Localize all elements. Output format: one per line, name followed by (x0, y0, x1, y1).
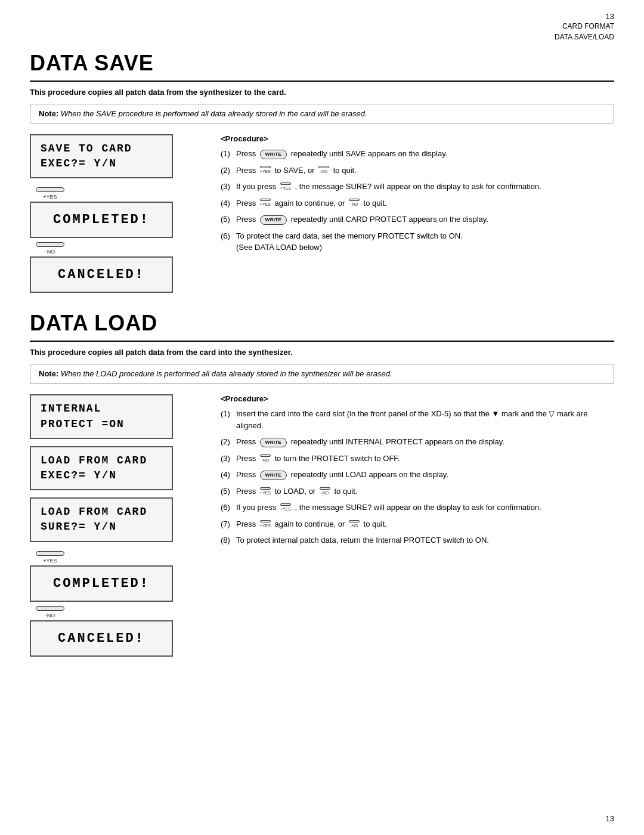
lcd-save-completed: COMPLETED! (30, 202, 173, 238)
no-btn-l3-body[interactable] (260, 454, 271, 457)
btn-no-body[interactable] (36, 242, 64, 247)
write-btn-5[interactable]: WRITE (260, 215, 287, 225)
save-display-sequence: SAVE TO CARD EXEC?= Y/N +YES COMPLETED! … (30, 134, 173, 293)
load-btn-no-row: -NO (36, 604, 64, 618)
yes-btn-2[interactable]: +YES (260, 166, 271, 175)
load-step-1: (1) Insert the card into the card slot (… (221, 408, 614, 431)
page-number-bottom: 13 (606, 814, 614, 823)
data-save-note: Note: When the SAVE procedure is perform… (30, 104, 614, 123)
save-step-4: (4) Press +YES again to continue, or -NO… (221, 197, 614, 209)
load-btn-yes[interactable]: +YES (36, 551, 64, 564)
btn-no-row: -NO (36, 240, 64, 255)
no-btn-2[interactable]: -NO (318, 166, 329, 175)
btn-yes-body[interactable] (36, 187, 64, 192)
lcd-internal-protect: INTERNAL PROTECT =ON (30, 394, 173, 438)
lcd-load-sure: LOAD FROM CARD SURE?= Y/N (30, 497, 173, 542)
lcd-load-completed: COMPLETED! (30, 565, 173, 602)
yes-btn-4-body[interactable] (260, 199, 271, 201)
no-btn-l5[interactable]: -NO (320, 487, 330, 497)
data-load-note: Note: When the LOAD procedure is perform… (30, 364, 614, 384)
data-load-right-panel: <Procedure> (1) Insert the card into the… (221, 394, 614, 656)
load-btn-no[interactable]: -NO (36, 606, 64, 618)
yes-btn-2-body[interactable] (260, 166, 271, 168)
write-btn-l2[interactable]: WRITE (260, 438, 287, 447)
data-save-left-panel: SAVE TO CARD EXEC?= Y/N +YES COMPLETED! … (30, 134, 203, 293)
page-number-top: 13 (606, 12, 614, 21)
header-label: CARD FORMAT DATA SAVE/LOAD (555, 21, 614, 42)
no-btn-2-body[interactable] (318, 166, 329, 168)
load-display-sequence: INTERNAL PROTECT =ON LOAD FROM CARD EXEC… (30, 394, 173, 656)
yes-btn-l5[interactable]: +YES (260, 487, 271, 497)
data-load-title: DATA LOAD (30, 311, 614, 336)
write-btn-l4[interactable]: WRITE (260, 471, 287, 480)
data-save-divider (30, 81, 614, 82)
no-btn-4-body[interactable] (349, 199, 360, 201)
no-btn-l7[interactable]: -NO (349, 520, 360, 530)
data-load-intro: This procedure copies all patch data fro… (30, 348, 614, 357)
load-step-2: (2) Press WRITE repeatedly until INTERNA… (221, 436, 614, 448)
load-step-7: (7) Press +YES again to continue, or -NO… (221, 518, 614, 530)
yes-btn-4[interactable]: +YES (260, 199, 271, 208)
data-load-procedure-list: (1) Insert the card into the card slot (… (221, 408, 614, 546)
yes-btn-3-body[interactable] (280, 183, 291, 185)
btn-yes-label: +YES (43, 194, 57, 200)
yes-btn-l6-body[interactable] (280, 503, 291, 506)
load-btn-yes-label: +YES (43, 558, 57, 564)
btn-yes-row: +YES (36, 185, 64, 200)
load-step-6: (6) If you press +YES , the message SURE… (221, 502, 614, 514)
data-save-title: DATA SAVE (30, 51, 614, 76)
data-load-content: INTERNAL PROTECT =ON LOAD FROM CARD EXEC… (30, 394, 614, 656)
write-btn-1-body[interactable]: WRITE (260, 150, 287, 159)
save-step-1: (1) Press WRITE repeatedly until SAVE ap… (221, 148, 614, 160)
no-btn-l3[interactable]: -NO (260, 454, 271, 464)
no-btn-l7-body[interactable] (349, 520, 360, 522)
btn-no[interactable]: -NO (36, 242, 64, 255)
load-btn-no-label: -NO (45, 613, 55, 618)
no-btn-l5-body[interactable] (320, 487, 330, 490)
yes-btn-3[interactable]: +YES (280, 183, 291, 192)
no-btn-4[interactable]: -NO (349, 199, 360, 208)
data-save-content: SAVE TO CARD EXEC?= Y/N +YES COMPLETED! … (30, 134, 614, 293)
load-step-3: (3) Press -NO to turn the PROTECT switch… (221, 453, 614, 465)
yes-btn-l7[interactable]: +YES (260, 520, 271, 530)
data-save-procedure-list: (1) Press WRITE repeatedly until SAVE ap… (221, 148, 614, 253)
lcd-save-canceled: CANCELED! (30, 256, 173, 293)
load-btn-yes-row: +YES (36, 549, 64, 564)
write-btn-1[interactable]: WRITE (260, 150, 287, 159)
data-save-intro: This procedure copies all patch data fro… (30, 88, 614, 97)
save-step-3: (3) If you press +YES , the message SURE… (221, 181, 614, 193)
lcd-load-exec: LOAD FROM CARD EXEC?= Y/N (30, 446, 173, 490)
btn-no-label: -NO (45, 249, 55, 255)
save-step-5: (5) Press WRITE repeatedly until CARD PR… (221, 214, 614, 225)
data-save-right-panel: <Procedure> (1) Press WRITE repeatedly u… (221, 134, 614, 293)
load-btn-no-body[interactable] (36, 606, 64, 611)
data-load-left-panel: INTERNAL PROTECT =ON LOAD FROM CARD EXEC… (30, 394, 203, 656)
write-btn-5-body[interactable]: WRITE (260, 215, 287, 225)
lcd-load-canceled: CANCELED! (30, 620, 173, 657)
write-btn-l4-body[interactable]: WRITE (260, 471, 287, 480)
load-btn-yes-body[interactable] (36, 551, 64, 556)
load-step-4: (4) Press WRITE repeatedly until LOAD ap… (221, 469, 614, 481)
yes-btn-l5-body[interactable] (260, 487, 271, 490)
lcd-save-exec: SAVE TO CARD EXEC?= Y/N (30, 134, 173, 178)
load-step-8: (8) To protect internal patch data, retu… (221, 534, 614, 546)
load-step-5: (5) Press +YES to LOAD, or -NO to quit. (221, 485, 614, 497)
data-load-divider (30, 341, 614, 342)
yes-btn-l7-body[interactable] (260, 520, 271, 522)
data-save-procedure-heading: <Procedure> (221, 134, 614, 143)
write-btn-l2-body[interactable]: WRITE (260, 438, 287, 447)
save-step-2: (2) Press +YES to SAVE, or -NO to quit. (221, 165, 614, 177)
btn-yes[interactable]: +YES (36, 187, 64, 200)
data-load-procedure-heading: <Procedure> (221, 394, 614, 403)
yes-btn-l6[interactable]: +YES (280, 503, 291, 513)
save-step-6: (6) To protect the card data, set the me… (221, 230, 614, 253)
